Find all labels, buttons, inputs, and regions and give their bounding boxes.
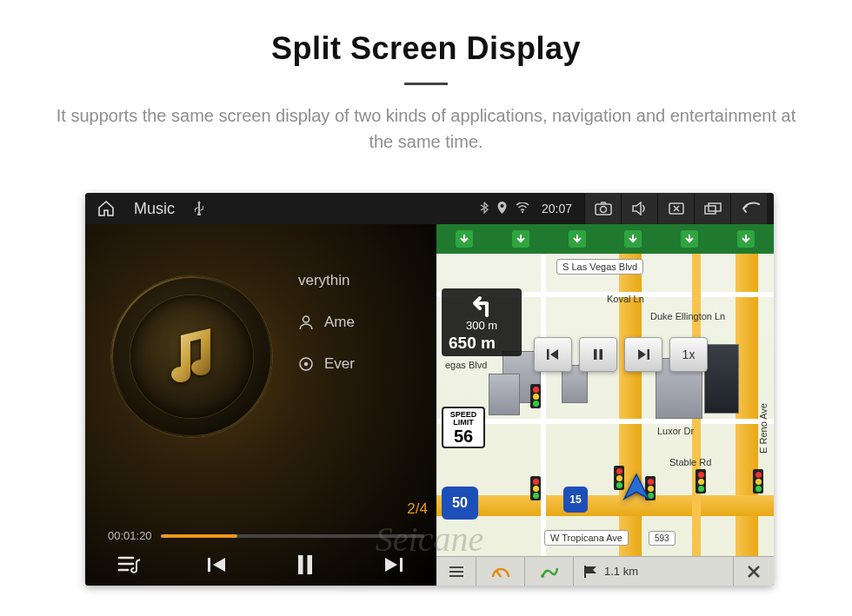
download-marker-icon: [624, 230, 642, 248]
recent-apps-button[interactable]: [694, 193, 730, 224]
track-row-2[interactable]: Ame: [293, 314, 436, 331]
map-menu-button[interactable]: [436, 557, 476, 586]
route-number: 50: [452, 495, 468, 511]
volume-button[interactable]: [621, 193, 657, 224]
speed-limit-value: 56: [443, 427, 483, 446]
traffic-light-icon: [530, 476, 541, 500]
progress-bar[interactable]: [161, 534, 424, 538]
svg-rect-17: [648, 349, 650, 360]
traffic-light-icon: [530, 384, 541, 408]
street-label: 593: [649, 531, 676, 546]
page-title: Split Screen Display: [0, 30, 852, 67]
pause-button[interactable]: [279, 547, 331, 582]
head-unit-screen: Music 20:07: [85, 193, 774, 586]
back-button[interactable]: [730, 193, 767, 224]
person-icon: [298, 315, 314, 330]
navigation-pane: S Las Vegas Blvd Koval Ln Duke Ellington…: [436, 224, 774, 586]
turn-left-icon: [464, 293, 499, 317]
traffic-light-icon: [753, 469, 763, 493]
status-bar-left: Music: [85, 200, 480, 218]
sim-prev-button[interactable]: [534, 337, 572, 372]
home-icon[interactable]: [97, 201, 115, 216]
flag-icon: [582, 565, 600, 579]
distance-remaining: 1.1 km: [574, 557, 734, 586]
music-note-icon: [153, 318, 231, 396]
street-label: Duke Ellington Ln: [645, 309, 730, 323]
music-pane: verythin Ame Ever 2/4 00:01:20: [85, 224, 436, 586]
svg-point-9: [304, 362, 308, 366]
track-title: verythin: [298, 272, 350, 289]
map-route-button[interactable]: [525, 557, 574, 586]
next-track-button[interactable]: [367, 547, 419, 582]
download-marker-icon: [512, 230, 529, 248]
street-label: W Tropicana Ave: [544, 530, 629, 546]
map-close-button[interactable]: [734, 557, 774, 586]
track-counter: 2/4: [407, 500, 428, 518]
map-canvas[interactable]: S Las Vegas Blvd Koval Ln Duke Ellington…: [436, 254, 774, 556]
svg-rect-6: [709, 203, 721, 211]
map-gauge-button[interactable]: [476, 557, 525, 586]
playlist-button[interactable]: [103, 547, 156, 582]
sim-speed-label: 1x: [682, 348, 696, 361]
svg-rect-11: [298, 555, 303, 574]
street-label: Stable Rd: [664, 455, 716, 469]
svg-rect-15: [594, 349, 597, 360]
street-label: egas Blvd: [440, 358, 492, 372]
close-screen-button[interactable]: [657, 193, 694, 224]
split-content: verythin Ame Ever 2/4 00:01:20: [85, 224, 774, 586]
road-minor: [436, 419, 774, 424]
street-label: Koval Ln: [602, 292, 649, 306]
page-subtitle: It supports the same screen display of t…: [48, 103, 804, 155]
turn-distance-big: 650 m: [449, 334, 496, 353]
interstate-shield: 15: [563, 487, 588, 513]
sim-pause-button[interactable]: [579, 337, 617, 372]
download-marker-icon: [569, 230, 586, 248]
svg-point-18: [541, 574, 544, 578]
system-buttons: [584, 193, 767, 224]
album-art: [111, 276, 272, 437]
track-artist: Ame: [324, 314, 355, 331]
bluetooth-icon: [480, 202, 489, 216]
map-bottom-bar: 1.1 km: [436, 556, 774, 586]
wifi-icon: [516, 202, 529, 215]
sim-controls: 1x: [534, 337, 708, 372]
download-marker-icon: [737, 230, 755, 248]
map-top-bar: [436, 224, 774, 254]
vehicle-cursor-icon: [621, 473, 652, 506]
street-label: S Las Vegas Blvd: [556, 259, 643, 275]
building: [704, 344, 739, 414]
marketing-header: Split Screen Display It supports the sam…: [0, 0, 852, 163]
track-list: verythin Ame Ever: [293, 272, 436, 373]
svg-point-0: [500, 204, 503, 208]
location-icon: [497, 202, 507, 216]
prev-track-button[interactable]: [191, 547, 243, 582]
street-label: Luxor Dr: [652, 424, 699, 438]
svg-rect-13: [400, 558, 403, 572]
svg-rect-19: [584, 566, 586, 578]
distance-value: 1.1 km: [604, 565, 638, 578]
status-bar: Music 20:07: [85, 193, 774, 224]
download-marker-icon: [456, 230, 473, 248]
clock: 20:07: [542, 202, 572, 215]
progress-row: 00:01:20: [108, 529, 424, 542]
svg-point-7: [303, 316, 310, 322]
turn-distance-small: 300 m: [466, 319, 497, 332]
svg-rect-10: [208, 558, 210, 572]
track-album: Ever: [324, 355, 355, 373]
svg-point-3: [600, 207, 606, 213]
elapsed-time: 00:01:20: [108, 529, 152, 542]
title-underline: [404, 83, 448, 85]
sim-speed-button[interactable]: 1x: [669, 337, 708, 372]
screenshot-button[interactable]: [584, 193, 621, 224]
sim-next-button[interactable]: [624, 337, 662, 372]
usb-icon: [194, 200, 204, 218]
disc-icon: [298, 356, 314, 372]
svg-rect-14: [547, 349, 549, 360]
turn-instruction: 300 m 650 m: [442, 288, 522, 356]
track-row-1[interactable]: verythin: [293, 272, 436, 289]
traffic-light-icon: [696, 469, 706, 493]
road: [436, 495, 774, 516]
building: [489, 374, 520, 415]
download-marker-icon: [681, 230, 698, 248]
track-row-3[interactable]: Ever: [293, 355, 436, 373]
